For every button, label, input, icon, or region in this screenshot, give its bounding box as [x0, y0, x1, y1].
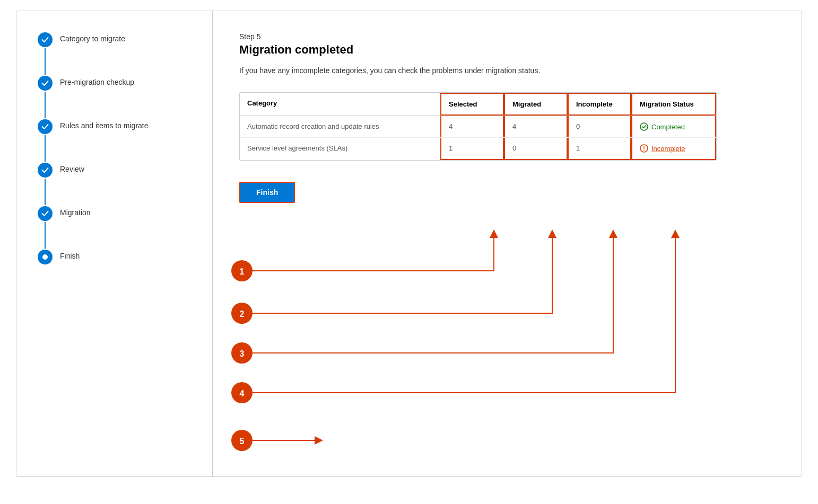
step-title: Migration completed [239, 43, 775, 57]
step-number: Step 5 [239, 32, 775, 41]
step-connector-5 [38, 206, 53, 250]
td-migrated-2: 0 [504, 138, 568, 160]
step-label-1: Category to migrate [60, 32, 125, 43]
migration-table: Category Selected Migrated Incomplete Mi… [239, 92, 717, 161]
sidebar: Category to migrate Pre-migration checku… [16, 11, 213, 476]
step-line-3 [45, 135, 46, 162]
step-item-3: Rules and items to migrate [38, 119, 202, 163]
status-completed-icon: Completed [640, 122, 708, 131]
th-incomplete: Incomplete [568, 93, 631, 116]
th-selected: Selected [440, 93, 504, 116]
svg-text:!: ! [643, 146, 645, 152]
svg-point-0 [42, 254, 48, 260]
step-line-5 [45, 222, 46, 249]
arrow-4 [253, 234, 675, 393]
step-item-6: Finish [38, 250, 202, 264]
step-label-3: Rules and items to migrate [60, 119, 149, 130]
th-migrated: Migrated [504, 93, 568, 116]
step-item-4: Review [38, 163, 202, 206]
step-label-2: Pre-migration checkup [60, 76, 134, 86]
annotation-circle-4 [231, 382, 253, 403]
annotation-circle-1 [231, 260, 253, 281]
annotation-circle-2 [231, 303, 253, 324]
td-incomplete-2: 1 [568, 138, 631, 160]
step-circle-1 [38, 32, 53, 47]
annotation-label-4: 4 [240, 389, 245, 398]
step-circle-4 [38, 163, 53, 178]
annotation-label-1: 1 [240, 267, 245, 276]
th-category: Category [240, 93, 440, 116]
step-item-2: Pre-migration checkup [38, 76, 202, 119]
td-migrated-1: 4 [504, 116, 568, 137]
annotation-label-2: 2 [240, 310, 245, 319]
step-connector-4 [38, 163, 53, 206]
status-completed-label: Completed [651, 123, 685, 131]
main-content: Step 5 Migration completed If you have a… [213, 11, 802, 476]
step-label-4: Review [60, 163, 84, 173]
step-connector-6 [38, 250, 53, 264]
td-selected-2: 1 [440, 138, 504, 160]
step-description: If you have any imcomplete categories, y… [239, 65, 600, 76]
annotation-label-5: 5 [240, 437, 245, 446]
step-line-2 [45, 92, 46, 118]
step-line-1 [45, 48, 46, 75]
arrow-2 [253, 234, 552, 313]
td-status-2: ! Incomplete [631, 138, 716, 160]
step-circle-5 [38, 206, 53, 221]
step-item-5: Migration [38, 206, 202, 250]
step-connector-2 [38, 76, 53, 119]
th-migration-status: Migration Status [631, 93, 716, 116]
arrow-3 [253, 234, 613, 353]
page-container: Category to migrate Pre-migration checku… [16, 11, 802, 477]
annotation-label-3: 3 [240, 349, 245, 358]
td-status-1: Completed [631, 116, 716, 137]
td-incomplete-1: 0 [568, 116, 631, 137]
annotation-circle-5 [231, 430, 253, 451]
td-category-1: Automatic record creation and update rul… [240, 116, 440, 137]
table-row: Service level agreements (SLAs) 1 0 1 ! … [240, 138, 716, 160]
finish-button[interactable]: Finish [239, 182, 295, 203]
step-label-5: Migration [60, 206, 91, 217]
arrow-1 [253, 234, 494, 271]
table-row: Automatic record creation and update rul… [240, 116, 716, 138]
annotation-circle-3 [231, 342, 253, 364]
step-circle-6 [38, 250, 53, 264]
step-item-1: Category to migrate [38, 32, 202, 76]
status-incomplete-link[interactable]: ! Incomplete [640, 144, 708, 153]
status-incomplete-label: Incomplete [651, 145, 685, 153]
td-category-2: Service level agreements (SLAs) [240, 138, 440, 160]
step-connector-3 [38, 119, 53, 163]
annotation-overlay: 1 2 3 4 5 [213, 11, 802, 476]
step-line-4 [45, 179, 46, 205]
td-selected-1: 4 [440, 116, 504, 137]
step-circle-2 [38, 76, 53, 91]
step-connector-1 [38, 32, 53, 76]
step-circle-3 [38, 119, 53, 134]
svg-point-1 [640, 123, 648, 130]
table-header: Category Selected Migrated Incomplete Mi… [240, 93, 716, 116]
step-label-6: Finish [60, 250, 80, 260]
